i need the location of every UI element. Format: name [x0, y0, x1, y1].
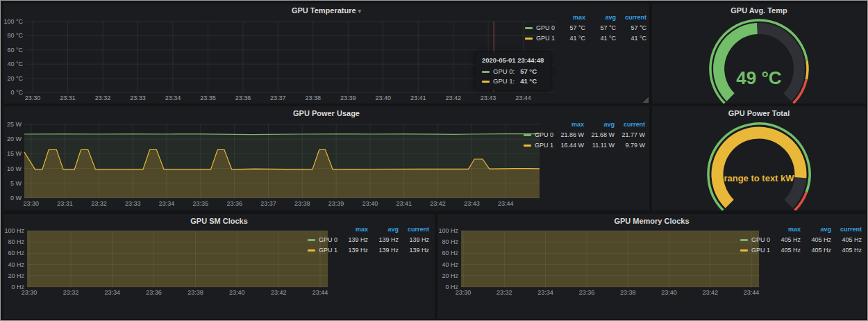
legend-value: 41 °C — [555, 33, 585, 43]
legend-series-gpu0[interactable]: GPU 0 — [733, 234, 770, 245]
series-swatch-green — [740, 239, 748, 241]
svg-text:23:38: 23:38 — [306, 94, 322, 101]
svg-text:100 °C: 100 °C — [3, 18, 23, 25]
gauge-value-avg-temp: 49 °C — [652, 67, 866, 89]
legend-header-current[interactable]: current — [615, 119, 645, 129]
legend-row-gpu1: GPU 1 41 °C 41 °C 41 °C — [518, 33, 646, 43]
svg-text:23:38: 23:38 — [187, 289, 203, 296]
panel-menu-caret-icon[interactable]: ▾ — [358, 8, 362, 15]
svg-text:23:38: 23:38 — [620, 289, 636, 296]
legend-value: 405 Hz — [770, 234, 801, 245]
legend-series-gpu1[interactable]: GPU 1 — [301, 245, 337, 255]
legend-value: 57 °C — [585, 22, 616, 33]
panel-title-gpu-avg-temp[interactable]: GPU Avg. Temp — [652, 3, 866, 17]
svg-text:23:38: 23:38 — [294, 200, 310, 207]
svg-text:23:39: 23:39 — [340, 94, 356, 101]
svg-text:23:41: 23:41 — [410, 94, 426, 101]
svg-text:40 Hz: 40 Hz — [442, 261, 458, 268]
panel-gpu-power-usage: GPU Power Usage 0 W5 W10 W15 W20 W25 W23… — [3, 106, 649, 211]
legend-header-avg[interactable]: avg — [368, 224, 399, 234]
legend-series-gpu0[interactable]: GPU 0 — [517, 129, 553, 140]
legend-value: 139 Hz — [337, 245, 368, 255]
svg-text:23:32: 23:32 — [63, 289, 79, 296]
legend-series-gpu1[interactable]: GPU 1 — [518, 33, 555, 43]
svg-text:23:31: 23:31 — [57, 200, 73, 207]
svg-text:80 Hz: 80 Hz — [442, 238, 458, 245]
svg-text:23:42: 23:42 — [703, 289, 719, 296]
legend-row-gpu1: GPU 1 405 Hz 405 Hz 405 Hz — [733, 245, 862, 255]
panel-gpu-power-total: GPU Power Total range to text kW — [652, 106, 866, 211]
legend-value: 405 Hz — [831, 234, 862, 245]
svg-text:23:40: 23:40 — [661, 289, 677, 296]
svg-text:60 °C: 60 °C — [7, 47, 23, 54]
svg-text:23:30: 23:30 — [24, 200, 40, 207]
svg-text:23:35: 23:35 — [200, 94, 216, 101]
legend-row-gpu0: GPU 0 21.86 W 21.68 W 21.77 W — [517, 129, 645, 140]
legend-header-row: max avg current — [518, 12, 646, 22]
legend-value: 405 Hz — [801, 245, 831, 255]
legend-gpu-power-usage: max avg current GPU 0 21.86 W 21.68 W 21… — [517, 119, 645, 150]
svg-text:40 Hz: 40 Hz — [8, 261, 24, 268]
svg-text:23:37: 23:37 — [260, 200, 276, 207]
legend-value: 57 °C — [555, 22, 585, 33]
legend-header-current[interactable]: current — [831, 224, 862, 234]
tooltip-timestamp: 2020-05-01 23:44:48 — [482, 56, 544, 65]
gpu-memory-clocks-chart[interactable]: 0 Hz20 Hz40 Hz60 Hz80 Hz100 Hz23:3023:32… — [437, 228, 762, 319]
legend-value: 21.68 W — [584, 129, 615, 140]
svg-text:100 Hz: 100 Hz — [4, 228, 24, 234]
panel-gpu-memory-clocks: GPU Memory Clocks 0 Hz20 Hz40 Hz60 Hz80 … — [437, 214, 866, 319]
legend-header-current[interactable]: current — [399, 224, 429, 234]
svg-text:80 Hz: 80 Hz — [8, 238, 24, 245]
legend-series-gpu0[interactable]: GPU 0 — [301, 234, 337, 245]
panel-title-text: GPU Temperature — [292, 6, 356, 15]
svg-text:23:34: 23:34 — [165, 94, 181, 101]
svg-text:23:33: 23:33 — [130, 94, 146, 101]
gpu-sm-clocks-chart[interactable]: 0 Hz20 Hz40 Hz60 Hz80 Hz100 Hz23:3023:32… — [3, 228, 331, 319]
svg-text:23:39: 23:39 — [328, 200, 344, 207]
legend-header-max[interactable]: max — [555, 12, 585, 22]
legend-header-current[interactable]: current — [616, 12, 646, 22]
svg-text:23:30: 23:30 — [456, 289, 471, 296]
legend-header-avg[interactable]: avg — [584, 119, 615, 129]
svg-text:23:40: 23:40 — [362, 200, 378, 207]
svg-text:40 °C: 40 °C — [7, 60, 23, 67]
svg-text:23:35: 23:35 — [193, 200, 209, 207]
panel-gpu-avg-temp: GPU Avg. Temp 49 °C — [652, 3, 866, 104]
tooltip-row-gpu0: GPU 0:57 °C — [482, 67, 544, 76]
legend-header-max[interactable]: max — [337, 224, 368, 234]
svg-text:23:44: 23:44 — [498, 200, 514, 207]
legend-header-avg[interactable]: avg — [585, 12, 616, 22]
legend-series-gpu1[interactable]: GPU 1 — [733, 245, 770, 255]
panel-gpu-temperature: GPU Temperature▾ 0 °C20 °C40 °C60 °C80 °… — [3, 3, 649, 104]
legend-series-gpu0[interactable]: GPU 0 — [518, 22, 555, 33]
panel-title-gpu-power-total[interactable]: GPU Power Total — [652, 106, 866, 120]
legend-value: 21.86 W — [553, 129, 584, 140]
svg-text:23:40: 23:40 — [229, 289, 245, 296]
svg-text:23:34: 23:34 — [537, 289, 553, 296]
series-swatch-green — [308, 239, 315, 241]
svg-text:23:34: 23:34 — [104, 289, 120, 296]
legend-row-gpu1: GPU 1 16.44 W 11.11 W 9.79 W — [517, 140, 645, 150]
chart-tooltip: 2020-05-01 23:44:48 GPU 0:57 °C GPU 1:41… — [476, 52, 550, 90]
svg-text:23:34: 23:34 — [159, 200, 175, 207]
svg-text:23:44: 23:44 — [744, 289, 760, 296]
legend-value: 41 °C — [585, 33, 616, 43]
series-swatch-yellow — [740, 249, 748, 252]
legend-header-max[interactable]: max — [553, 119, 584, 129]
legend-value: 405 Hz — [831, 245, 862, 255]
legend-value: 139 Hz — [368, 245, 399, 255]
panel-title-gpu-power-usage[interactable]: GPU Power Usage — [3, 106, 649, 120]
grafana-dashboard: GPU Temperature▾ 0 °C20 °C40 °C60 °C80 °… — [0, 0, 868, 321]
svg-text:20 °C: 20 °C — [7, 75, 23, 82]
legend-header-max[interactable]: max — [770, 224, 801, 234]
legend-value: 405 Hz — [770, 245, 801, 255]
legend-gpu-temperature: max avg current GPU 0 57 °C 57 °C 57 °C … — [518, 12, 646, 43]
gpu-power-total-gauge — [652, 120, 866, 211]
panel-resize-handle[interactable] — [643, 97, 649, 103]
legend-series-gpu1[interactable]: GPU 1 — [517, 140, 553, 150]
svg-text:15 W: 15 W — [7, 150, 22, 157]
legend-header-avg[interactable]: avg — [801, 224, 831, 234]
svg-text:23:32: 23:32 — [496, 289, 512, 296]
gpu-power-usage-chart[interactable]: 0 W5 W10 W15 W20 W25 W23:3023:3123:3223:… — [3, 120, 545, 211]
svg-text:23:36: 23:36 — [146, 289, 162, 296]
